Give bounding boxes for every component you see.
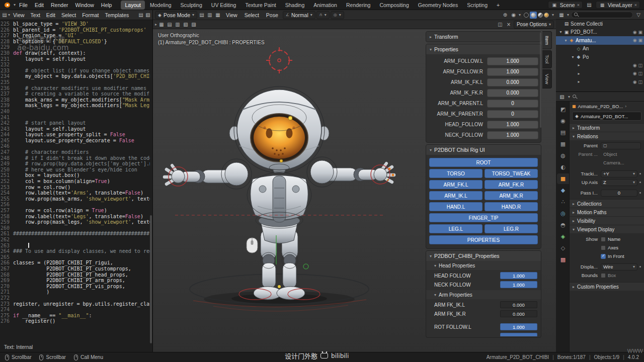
outliner-row[interactable]: ▾ ◆ Po (556, 53, 644, 61)
snapping-control[interactable]: ∩ ▾ (316, 11, 330, 19)
text-editor-scrollbar[interactable] (150, 215, 152, 343)
expand-arrow-icon[interactable]: ▾ (570, 55, 576, 59)
rig-bone-select-button[interactable]: LEG.R (485, 224, 538, 233)
axes-checkbox[interactable] (601, 245, 606, 250)
rig-bone-select-button[interactable]: TORSO_TWEAK (485, 169, 538, 178)
scene-selector[interactable]: ▣ Scene × (548, 1, 583, 9)
workspace-tab[interactable]: UV Editing (207, 1, 240, 10)
property-value-field[interactable]: 0.000 (487, 89, 538, 97)
workspace-tab[interactable]: Shading (281, 1, 309, 10)
transform-orientation-select[interactable]: ∠ Normal ▾ (283, 11, 315, 19)
expand-arrow-icon[interactable]: ▸ (576, 79, 582, 84)
property-value-field[interactable]: 1.000 (487, 131, 538, 139)
property-value-field[interactable]: 0 (487, 100, 538, 108)
syntax-highlight-toggle-icon[interactable]: ▧ (144, 12, 151, 19)
tool-icon-a[interactable]: ▦ (158, 21, 165, 28)
head-target-control[interactable] (266, 47, 292, 73)
viewport-menu[interactable]: View (222, 12, 241, 18)
filter-icon[interactable]: ▽ (635, 11, 642, 18)
n-panel-tab[interactable]: Item (542, 31, 552, 49)
rig-bone-select-button[interactable]: ARM_IK.R (485, 191, 538, 200)
properties-tab[interactable]: ▦ (557, 139, 569, 149)
properties-tab[interactable]: ◆ (557, 185, 569, 196)
n-panel-tab[interactable]: Tool (542, 50, 552, 68)
rig-bone-select-button[interactable]: ARM_IK.L (429, 191, 482, 200)
search-icon[interactable] (573, 95, 577, 99)
properties-tab[interactable]: ■ (557, 173, 569, 184)
paste-flipped-pose-icon[interactable]: ▦ (214, 12, 221, 19)
decorator-dot[interactable] (639, 182, 641, 183)
workspace-tab[interactable]: Sculpting (177, 1, 206, 10)
pose-options-dropdown[interactable]: Pose Options ▾ (514, 21, 554, 29)
name-checkbox[interactable] (601, 237, 606, 242)
property-value-field[interactable]: 1.000 (487, 68, 538, 76)
chibi-properties-panel-header[interactable]: ▾ P2DBOT_CHIBI_Properties (426, 251, 541, 261)
display-as-dropdown[interactable]: Wire▾ (601, 263, 637, 270)
decorator-dot[interactable] (639, 173, 641, 174)
outliner-row[interactable]: ▸ ◉ ◫ (556, 78, 644, 86)
outliner-row[interactable]: ▸ ◉ ◫ (556, 61, 644, 70)
rig-bone-select-button[interactable]: TORSO (429, 169, 482, 178)
workspace-tab[interactable]: Animation (309, 1, 341, 10)
parent-object-field[interactable]: ▢ (601, 142, 641, 149)
properties-tab[interactable]: ◍ (557, 150, 569, 161)
properties-tab[interactable]: ◓ (557, 220, 569, 230)
tracking-axis-dropdown[interactable]: +Y▾ (601, 170, 637, 177)
decorator-dot[interactable] (639, 266, 641, 267)
topbar-menu[interactable]: Window (71, 0, 97, 10)
property-value-field[interactable]: 1.000 (487, 121, 538, 129)
shading-material-icon[interactable] (538, 13, 543, 18)
workspace-tab[interactable]: + (493, 1, 504, 10)
topbar-menu[interactable]: Help (98, 0, 116, 10)
custom-property-slider[interactable]: 0.000 (500, 301, 537, 308)
transform-panel-header[interactable]: ▸ Transform (570, 123, 644, 132)
pass-index-field[interactable]: 0 (601, 190, 637, 197)
properties-tab[interactable]: ◇ (557, 243, 569, 253)
in-front-checkbox[interactable] (601, 254, 606, 259)
custom-property-slider[interactable]: 1.000 (500, 272, 537, 279)
head-properties-subheader[interactable]: ▾ Head Properties (426, 261, 541, 270)
arm-properties-subheader[interactable]: ▾ Arm Properties (426, 290, 541, 299)
n-panel-tab[interactable]: View (542, 69, 552, 88)
rig-bone-select-button[interactable]: HAND.R (485, 202, 538, 211)
workspace-tab[interactable]: Compositing (375, 1, 413, 10)
custom-property-slider[interactable]: 1.000 (500, 281, 537, 288)
visibility-panel-header[interactable]: ▸ Visibility (570, 216, 644, 225)
show-gizmo-icon[interactable]: ⊕ (502, 12, 509, 19)
mode-select[interactable]: ◈ Pose Mode ▾ (155, 11, 197, 19)
expand-arrow-icon[interactable]: ▸ (576, 63, 582, 67)
rig-bone-select-button[interactable]: PROPERTIES (429, 235, 538, 244)
properties-tab[interactable]: ◩ (557, 104, 569, 115)
shading-wireframe-icon[interactable] (524, 13, 529, 18)
visibility-icons[interactable]: ◉ ◫ (633, 71, 642, 76)
editor-type-icon[interactable]: ▧ (558, 93, 566, 100)
robot-head[interactable] (229, 89, 329, 170)
outliner-row[interactable]: ▸ ◉ ◫ (556, 69, 644, 78)
properties-tab[interactable]: ▩ (557, 254, 569, 265)
text-editor-menu[interactable]: Templates (102, 12, 132, 18)
properties-tab[interactable]: ◐ (557, 162, 569, 172)
workspace-tab[interactable]: Geometry Nodes (414, 1, 462, 10)
editor-type-icon[interactable]: ▤ (1, 12, 8, 19)
close-icon[interactable]: × (577, 3, 580, 8)
rig-bone-select-button[interactable]: LEG.L (429, 224, 482, 233)
visibility-icons[interactable]: ◉ ▣ (633, 30, 642, 35)
custom-property-slider[interactable] (500, 333, 537, 336)
expand-arrow-icon[interactable]: ▾ (563, 38, 569, 43)
rig-bone-select-button[interactable]: ARM_FK.L (429, 180, 482, 189)
property-value-field[interactable]: 0.000 (487, 78, 538, 86)
tool-icon-d[interactable]: ▧ (182, 21, 189, 28)
n-panel-scrollbar[interactable] (540, 32, 541, 128)
text-editor-menu[interactable]: Edit (43, 12, 58, 18)
viewport-menu[interactable]: Select (241, 12, 263, 18)
property-value-field[interactable]: 1.000 (487, 57, 538, 65)
blender-logo-icon[interactable] (4, 2, 11, 8)
rig-bone-select-button[interactable]: HAND.L (429, 202, 482, 211)
rig-ui-panel-header[interactable]: ▾ P2DBOT Chibi Rig UI (426, 145, 541, 155)
custom-property-slider[interactable]: 0.000 (500, 310, 537, 317)
motion-paths-panel-header[interactable]: ▸ Motion Paths (570, 208, 644, 216)
toolbar-expand-icon[interactable]: ▸ (155, 22, 157, 27)
collections-panel-header[interactable]: ▸ Collections (570, 199, 644, 208)
object-name-field[interactable]: ◈ Armature_P2D_BOT... (572, 112, 641, 121)
text-editor-menu[interactable]: Text (28, 12, 43, 18)
